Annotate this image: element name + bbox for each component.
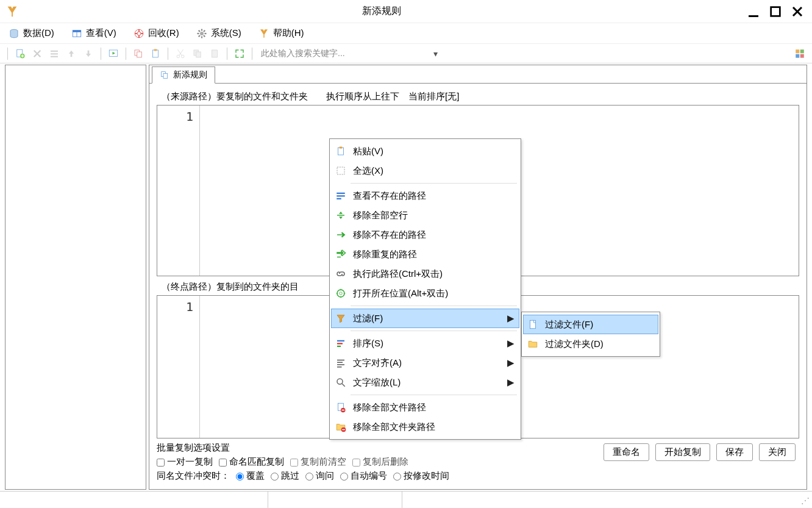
copy2-icon[interactable]: [190, 46, 205, 61]
svg-point-45: [340, 292, 343, 295]
close-rule-button[interactable]: 关闭: [759, 443, 796, 461]
svg-rect-37: [163, 73, 168, 78]
svg-rect-38: [338, 148, 344, 155]
svg-rect-43: [337, 198, 341, 199]
svg-line-54: [342, 384, 345, 387]
tab-new-rule[interactable]: 新添规则: [152, 66, 215, 84]
copy-icon[interactable]: [131, 46, 146, 61]
svg-point-7: [137, 32, 141, 35]
source-paths-label: （来源路径）要复制的文件和文件夹 执行顺序从上往下 当前排序[无]: [162, 91, 799, 102]
svg-rect-25: [153, 50, 158, 57]
start-copy-button[interactable]: 开始复制: [655, 443, 710, 461]
status-bar: [0, 491, 812, 508]
svg-rect-35: [800, 54, 804, 57]
chk-one-to-one[interactable]: 一对一复制: [157, 456, 213, 468]
rad-autonum[interactable]: 自动编号: [340, 470, 387, 482]
rad-skip[interactable]: 跳过: [271, 470, 299, 482]
rad-by-mtime[interactable]: 按修改时间: [393, 470, 449, 482]
search-dropdown-icon[interactable]: ▾: [430, 47, 440, 60]
rad-ask[interactable]: 询问: [305, 470, 334, 482]
ctx-remove-file-paths[interactable]: 移除全部文件路径: [331, 398, 519, 417]
filter-icon: [333, 311, 348, 326]
rule-tree-sidebar[interactable]: [5, 65, 146, 490]
ctx-remove-dup[interactable]: 移除重复的路径: [331, 245, 519, 264]
svg-line-14: [204, 35, 205, 37]
window-controls: [744, 3, 807, 20]
svg-rect-20: [51, 53, 58, 54]
ctx-view-nonexist[interactable]: 查看不存在的路径: [331, 186, 519, 206]
close-button[interactable]: [788, 3, 807, 20]
save-button[interactable]: 保存: [716, 443, 753, 461]
svg-rect-39: [340, 147, 343, 149]
chk-name-match[interactable]: 命名匹配复制: [219, 456, 284, 468]
svg-rect-60: [530, 320, 536, 329]
menu-recycle[interactable]: 回收(R): [134, 27, 179, 39]
svg-rect-31: [212, 50, 218, 57]
expand-icon[interactable]: [232, 46, 247, 61]
menu-system[interactable]: 系统(S): [196, 27, 241, 39]
file-icon: [525, 317, 540, 332]
new-doc-icon[interactable]: [13, 46, 27, 61]
svg-rect-0: [749, 15, 758, 17]
arrow-down-icon[interactable]: [81, 46, 96, 61]
svg-rect-59: [342, 429, 345, 431]
ctx-zoom[interactable]: 文字缩放(L) ▶: [331, 373, 519, 392]
resize-grip[interactable]: ⋰: [801, 496, 810, 506]
svg-rect-30: [196, 52, 201, 57]
menu-help-label: 帮助(H): [273, 27, 304, 39]
table-icon: [71, 28, 82, 39]
ctx-filter-files[interactable]: 过滤文件(F): [523, 315, 658, 334]
rename-button[interactable]: 重命名: [604, 443, 649, 461]
grid-icon[interactable]: [792, 46, 807, 61]
ctx-exec-path[interactable]: 执行此路径(Ctrl+双击): [331, 264, 519, 284]
menu-recycle-label: 回收(R): [148, 27, 179, 39]
window-title: 新添规则: [20, 5, 744, 18]
chevron-right-icon: ▶: [507, 338, 515, 349]
ctx-remove-folder-paths[interactable]: 移除全部文件夹路径: [331, 417, 519, 437]
folder-remove-icon: [333, 420, 348, 434]
dedupe-icon: [333, 247, 348, 262]
chevron-right-icon: ▶: [507, 357, 515, 368]
ctx-select-all[interactable]: 全选(X): [331, 161, 519, 181]
svg-rect-19: [51, 50, 58, 51]
rad-overwrite[interactable]: 覆盖: [236, 470, 265, 482]
menu-help[interactable]: 帮助(H): [258, 27, 304, 39]
svg-rect-46: [337, 340, 344, 342]
ctx-open-location[interactable]: 打开所在位置(Alt+双击): [331, 284, 519, 303]
list-icon[interactable]: [47, 46, 62, 61]
svg-line-15: [198, 35, 199, 37]
ctx-remove-nonexist[interactable]: 移除不存在的路径: [331, 225, 519, 245]
paste-icon[interactable]: [148, 46, 163, 61]
tab-label: 新添规则: [173, 70, 207, 80]
svg-rect-51: [337, 364, 344, 365]
svg-rect-26: [154, 49, 157, 51]
sort-icon: [333, 336, 348, 351]
cut-icon[interactable]: [173, 46, 188, 61]
ctx-sort[interactable]: 排序(S) ▶: [331, 334, 519, 353]
ctx-paste[interactable]: 粘贴(V): [331, 141, 519, 161]
menu-view[interactable]: 查看(V): [71, 27, 116, 39]
menu-data[interactable]: 数据(D): [9, 27, 54, 39]
play-icon[interactable]: [106, 46, 121, 61]
arrow-up-icon[interactable]: [64, 46, 79, 61]
minimize-button[interactable]: [744, 3, 763, 20]
search-placeholder: 此处输入搜索关键字...: [261, 48, 345, 59]
conflict-label: 同名文件冲突时：: [157, 470, 230, 482]
delete-icon[interactable]: [30, 46, 45, 61]
collapse-icon: [333, 208, 348, 223]
dest-gutter: 1: [157, 296, 200, 438]
ctx-filter-folders[interactable]: 过滤文件夹(D): [523, 334, 658, 354]
paste2-icon[interactable]: [207, 46, 222, 61]
search-input[interactable]: 此处输入搜索关键字...: [257, 47, 428, 60]
chk-clear-before[interactable]: 复制前清空: [290, 456, 346, 468]
ctx-filter[interactable]: 过滤(F) ▶: [331, 309, 519, 328]
ctx-align[interactable]: 文字对齐(A) ▶: [331, 353, 519, 373]
svg-point-8: [200, 32, 204, 35]
ctx-remove-empty[interactable]: 移除全部空行: [331, 206, 519, 225]
maximize-button[interactable]: [766, 3, 785, 20]
title-bar: 新添规则: [0, 0, 812, 23]
zoom-icon: [333, 375, 348, 390]
paste-icon: [333, 144, 348, 159]
chk-delete-after[interactable]: 复制后删除: [352, 456, 408, 468]
svg-rect-41: [337, 193, 345, 194]
